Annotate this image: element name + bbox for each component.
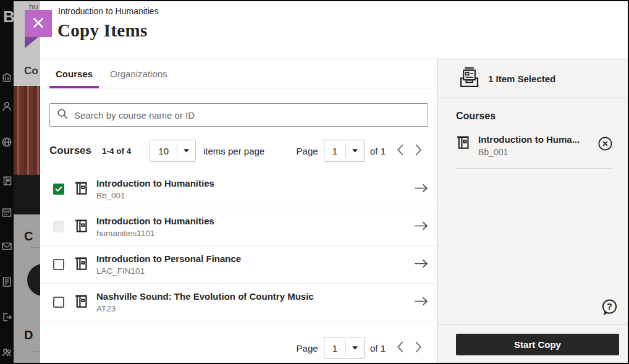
page-of-label: of 1 — [370, 146, 386, 156]
chevron-left-icon — [396, 341, 404, 355]
open-course-button[interactable] — [413, 295, 429, 309]
dimmed-background: hu Co C D — [14, 0, 40, 364]
grades-icon[interactable] — [1, 276, 12, 287]
close-button[interactable] — [25, 10, 52, 37]
help-button[interactable]: ? — [601, 298, 618, 318]
course-id: LAC_FIN101 — [96, 266, 413, 276]
avatar — [27, 264, 40, 296]
open-course-button[interactable] — [413, 182, 429, 196]
messages-icon[interactable] — [1, 240, 12, 252]
tab-organizations[interactable]: Organizations — [104, 59, 174, 88]
tab-courses-label: Courses — [56, 69, 93, 79]
course-checkbox-checked[interactable] — [53, 184, 64, 195]
selection-section-title: Courses — [456, 111, 613, 122]
course-title: Introduction to Humanities — [96, 178, 413, 190]
page-value: 1 — [324, 140, 345, 161]
background-heading-fragment: C — [24, 229, 33, 243]
list-title: Courses — [49, 145, 91, 157]
arrow-right-icon — [413, 182, 429, 196]
courses-icon[interactable] — [1, 175, 12, 186]
svg-text:?: ? — [607, 302, 612, 311]
next-page-button[interactable] — [415, 341, 423, 355]
tab-courses[interactable]: Courses — [49, 59, 99, 88]
remove-selected-item-button[interactable] — [597, 136, 613, 153]
next-page-button[interactable] — [415, 143, 423, 158]
search-box[interactable] — [49, 103, 428, 127]
blackboard-logo: B — [3, 7, 14, 27]
copy-items-dialog: B hu Co C D Introduction to Humanities C… — [0, 0, 629, 364]
institution-icon[interactable] — [1, 72, 12, 83]
start-copy-button[interactable]: Start Copy — [456, 334, 619, 355]
page-select[interactable]: 1 — [324, 337, 365, 359]
course-id: AT23 — [96, 304, 413, 313]
calendar-icon[interactable] — [1, 206, 12, 218]
page-of-label: of 1 — [370, 343, 386, 353]
globe-icon[interactable] — [1, 137, 12, 148]
open-course-button[interactable] — [413, 220, 429, 234]
course-row: Nashville Sound: The Evolution of Countr… — [40, 284, 437, 321]
course-title: Introduction to Personal Finance — [96, 253, 413, 265]
search-icon — [57, 108, 68, 122]
search-input[interactable] — [74, 110, 421, 121]
close-icon — [32, 17, 44, 31]
result-range: 1-4 of 4 — [102, 146, 131, 156]
base-navigation-sidebar: B — [0, 0, 14, 364]
selection-summary: 1 Item Selected — [437, 59, 629, 98]
items-per-page-label: items per page — [203, 146, 264, 156]
context-course-title: Introduction to Humanities — [58, 6, 159, 16]
page-select[interactable]: 1 — [324, 140, 365, 162]
course-picker-panel: Courses Organizations Courses 1-4 of 4 1… — [40, 59, 437, 364]
course-id: Bb_001 — [96, 191, 413, 200]
caret-down-icon — [177, 140, 195, 161]
background-heading-fragment: D — [24, 328, 33, 342]
course-info: Introduction to Humanities humanities110… — [96, 216, 413, 238]
tab-organizations-label: Organizations — [110, 69, 167, 79]
selected-item-row: Introduction to Huma... Bb_001 — [456, 134, 613, 169]
course-title: Introduction to Humanities — [96, 216, 413, 227]
selection-footer: Start Copy — [437, 324, 629, 364]
selected-item-id: Bb_001 — [478, 147, 597, 157]
course-row: Introduction to Humanities Bb_001 — [40, 171, 437, 208]
arrow-right-icon — [413, 220, 429, 234]
background-heading-fragment: Co — [24, 65, 38, 77]
course-info: Nashville Sound: The Evolution of Countr… — [96, 291, 413, 313]
dialog-header: Introduction to Humanities Copy Items — [40, 0, 629, 59]
course-icon — [74, 180, 88, 198]
divider — [31, 247, 40, 248]
chevron-left-icon — [396, 143, 404, 158]
course-title: Nashville Sound: The Evolution of Countr… — [96, 291, 413, 303]
previous-page-button[interactable] — [396, 341, 404, 355]
open-course-button[interactable] — [413, 258, 429, 271]
course-checkbox[interactable] — [53, 259, 64, 270]
remove-circle-icon — [597, 144, 613, 153]
selection-body: Courses Introduction to Huma... Bb_001 ? — [437, 98, 629, 324]
course-checkbox-disabled — [53, 221, 64, 232]
course-row: Introduction to Humanities humanities110… — [40, 208, 437, 246]
previous-page-button[interactable] — [396, 143, 404, 158]
course-icon — [74, 294, 88, 311]
course-info: Introduction to Personal Finance LAC_FIN… — [96, 253, 413, 276]
chevron-right-icon — [415, 143, 423, 158]
sign-out-icon[interactable] — [1, 311, 12, 323]
items-selected-count: 1 Item Selected — [488, 74, 555, 84]
course-banner-image — [14, 86, 40, 175]
close-button-ribbon-tail — [25, 37, 38, 48]
course-list: Introduction to Humanities Bb_001 Introd… — [40, 171, 437, 321]
bottom-pagination: Page 1 of 1 — [40, 337, 423, 359]
page-size-value: 10 — [150, 140, 177, 161]
background-page: C D — [14, 214, 40, 364]
arrow-right-icon — [413, 295, 429, 309]
course-icon — [74, 218, 88, 236]
page-label: Page — [297, 343, 318, 353]
page-title: Copy Items — [57, 20, 148, 41]
course-icon — [74, 256, 88, 274]
items-selected-icon — [458, 66, 479, 91]
help-question-icon: ? — [601, 309, 618, 318]
course-banner-shade — [14, 175, 40, 214]
tab-bar: Courses Organizations — [40, 59, 437, 88]
course-checkbox[interactable] — [53, 297, 64, 308]
profile-icon[interactable] — [1, 101, 12, 112]
caret-down-icon — [346, 140, 364, 161]
page-size-select[interactable]: 10 — [150, 140, 196, 162]
groups-icon[interactable] — [1, 347, 12, 358]
